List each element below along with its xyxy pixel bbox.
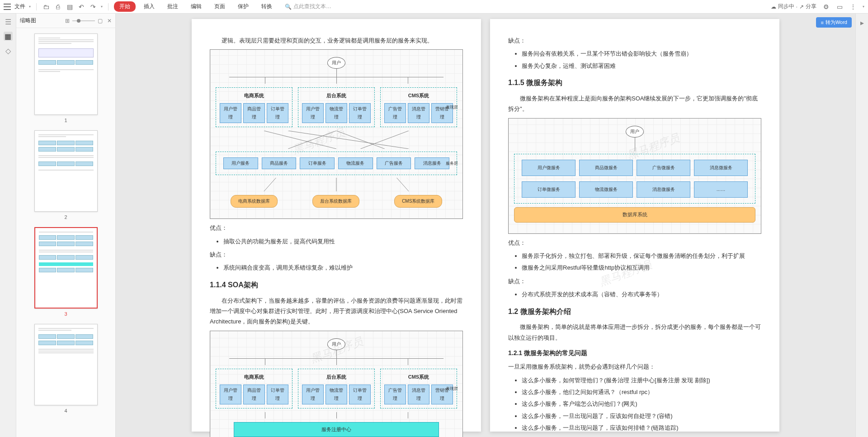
svg-line-7 <box>397 178 409 191</box>
list-item: 这么多小服务，客户端怎么访问他们？(网关) <box>522 399 761 409</box>
image-icon[interactable]: ▢ <box>98 18 103 24</box>
microservice-diagram: 黑马程序员 用户 用户微服务商品微服务广告微服务消息微服务 订单微服务物流微服务… <box>508 118 761 234</box>
tab-annotate[interactable]: 批注 <box>163 1 183 12</box>
list-item: 分布式系统开发的技术成本高（容错、分布式事务等） <box>522 289 761 299</box>
cloud-icon: ☁ <box>771 4 776 10</box>
menubar: 文件 ▾ 🗀 ⎙ ▤ ↶ ↷ ▾ 开始 插入 批注 编辑 页面 保护 转换 🔍 … <box>0 0 868 14</box>
thumbnail-page-4[interactable]: 4 <box>22 324 110 413</box>
chevron-down-icon: ▾ <box>29 5 31 9</box>
section-label: 缺点： <box>210 249 463 260</box>
thumbnail-page-1[interactable]: 1 <box>22 33 110 123</box>
database-node: 数据库系统 <box>514 207 755 223</box>
heading-12: 1.2 微服务架构介绍 <box>508 305 761 318</box>
heading-114: 1.1.4 SOA架构 <box>210 279 463 292</box>
thumbnail-panel: 缩略图 ⊞ ▢ ✕ 1 2 3 <box>16 14 116 437</box>
collapse-icon[interactable]: ▸ <box>858 18 867 27</box>
thumbnail-icon[interactable]: ▦ <box>4 32 13 41</box>
service-registry-node: 服务注册中心 <box>234 422 439 437</box>
share-icon: ↗ <box>799 4 804 10</box>
thumbnail-list: 1 2 3 4 <box>16 28 115 437</box>
document-canvas[interactable]: ≡ 转为Word 逻辑。表现层只需要处理和页面的交互，业务逻辑都是调用服务层的服… <box>116 14 855 437</box>
print-icon[interactable]: ⎙ <box>54 3 62 10</box>
thumb-page-number: 2 <box>22 214 110 220</box>
architecture-diagram-2: 黑马程序员 用户 电商系统用户管理商品管理订单管理 后台系统用户管理物流管理订单… <box>210 331 463 437</box>
document-page-right: 缺点： 服务间会有依赖关系，一旦某个环节出错会影响较大（服务雪崩） 服务关心复杂… <box>490 19 779 432</box>
body-text: 微服务架构，简单的说就是将单体应用进一步拆分，拆分成更小的服务，每个服务都是一个… <box>508 322 761 343</box>
open-folder-icon[interactable]: 🗀 <box>42 3 50 10</box>
chevron-down-icon: ▾ <box>863 5 864 9</box>
section-label: 优点： <box>210 223 463 233</box>
convert-to-word-button[interactable]: ≡ 转为Word <box>816 17 852 28</box>
svg-line-5 <box>264 178 276 191</box>
hamburger-icon[interactable] <box>4 4 11 10</box>
heading-121: 1.2.1 微服务架构的常见问题 <box>508 347 761 359</box>
thumbnail-title: 缩略图 <box>20 17 36 24</box>
grid-icon[interactable]: ⊞ <box>65 18 70 24</box>
diagram-user-node: 用户 <box>327 57 345 69</box>
tag-icon[interactable]: ◇ <box>4 46 13 55</box>
list-item: 这么多小服务，他们之间如何通讯？（restful rpc） <box>522 387 761 397</box>
diagram-user-node: 用户 <box>327 338 345 350</box>
section-label: 缺点： <box>508 276 761 286</box>
svg-line-3 <box>360 131 409 149</box>
tab-convert[interactable]: 转换 <box>257 1 277 12</box>
thumb-page-number: 4 <box>22 408 110 413</box>
sync-status[interactable]: ☁ 同步中 · ↗ 分享 <box>771 3 816 10</box>
gear-icon[interactable]: ⚙ <box>822 3 830 10</box>
svg-line-1 <box>288 131 336 149</box>
chevron-down-icon: ▾ <box>101 5 103 9</box>
diagram-user-node: 用户 <box>626 126 644 138</box>
list-item: 服务间会有依赖关系，一旦某个环节出错会影响较大（服务雪崩） <box>522 48 761 59</box>
thumb-page-number: 3 <box>22 311 110 317</box>
svg-line-2 <box>336 131 385 149</box>
body-text: 一旦采用微服务系统架构，就势必会遇到这样几个问题： <box>508 361 761 372</box>
word-icon: ≡ <box>821 20 823 25</box>
body-text: 在分布式架构下，当服务越来越多，容量的评估，小服务资源的浪费等问题逐渐显现，此时… <box>210 295 463 327</box>
save-icon[interactable]: ▤ <box>66 3 74 10</box>
file-menu[interactable]: 文件 <box>14 3 25 10</box>
list-item: 这么多小服务，一旦出现问题了，应该如何排错？(链路追踪) <box>522 423 761 433</box>
section-label: 缺点： <box>508 35 761 46</box>
tab-insert[interactable]: 插入 <box>139 1 159 12</box>
body-text: 逻辑。表现层只需要处理和页面的交互，业务逻辑都是调用服务层的服务来实现。 <box>210 35 463 46</box>
zoom-slider[interactable] <box>72 20 95 21</box>
list-item: 这么多小服务，如何管理他们？(服务治理 注册中心[服务注册 发现 剔除]) <box>522 375 761 385</box>
list-item: 抽取公共的功能为服务层，提高代码复用性 <box>223 236 463 247</box>
undo-icon[interactable]: ↶ <box>77 3 85 10</box>
section-label: 优点： <box>508 238 761 248</box>
search-input[interactable]: 🔍 点此查找文本… <box>285 3 331 10</box>
search-icon: 🔍 <box>285 4 292 10</box>
thumbnail-page-3[interactable]: 3 <box>22 227 110 317</box>
close-icon[interactable]: ✕ <box>107 18 112 24</box>
tab-start[interactable]: 开始 <box>114 1 136 12</box>
heading-115: 1.1.5 微服务架构 <box>508 76 761 90</box>
thumb-page-number: 1 <box>22 118 110 123</box>
list-item: 系统间耦合度变高，调用关系错综复杂，难以维护 <box>223 262 463 273</box>
right-rail: ▸ <box>855 14 868 437</box>
redo-icon[interactable]: ↷ <box>89 3 97 10</box>
left-rail: ☰ ▦ ◇ <box>0 14 16 437</box>
svg-line-4 <box>288 131 409 149</box>
document-page-left: 逻辑。表现层只需要处理和页面的交互，业务逻辑都是调用服务层的服务来实现。 黑马程… <box>192 19 481 432</box>
thumbnail-page-2[interactable]: 2 <box>22 130 110 220</box>
list-item: 微服务之间采用Restful等轻量级http协议相互调用 <box>522 262 761 273</box>
message-icon[interactable]: ▭ <box>835 3 844 10</box>
more-icon[interactable]: ⋮ <box>849 3 857 10</box>
list-item: 服务原子化拆分，独立打包、部署和升级，保证每个微服务清晰的任务划分，利于扩展 <box>522 251 761 261</box>
tab-protect[interactable]: 保护 <box>233 1 253 12</box>
body-text: 微服务架构在某种程度上是面向服务的架构SOA继续发展的下一步，它更加强调服务的"… <box>508 93 761 114</box>
svg-line-0 <box>264 131 336 149</box>
architecture-diagram-1: 黑马程序员 用户 电商系统用户管理商品管理订单管理 后台系统用户管理物流管理订单… <box>210 49 463 219</box>
list-item: 这么多小服务，一旦出现问题了，应该如何自处理？(容错) <box>522 411 761 421</box>
list-item: 服务关心复杂，运维、测试部署困难 <box>522 61 761 71</box>
tab-page[interactable]: 页面 <box>210 1 230 12</box>
outline-icon[interactable]: ☰ <box>4 17 13 26</box>
tab-edit[interactable]: 编辑 <box>186 1 206 12</box>
